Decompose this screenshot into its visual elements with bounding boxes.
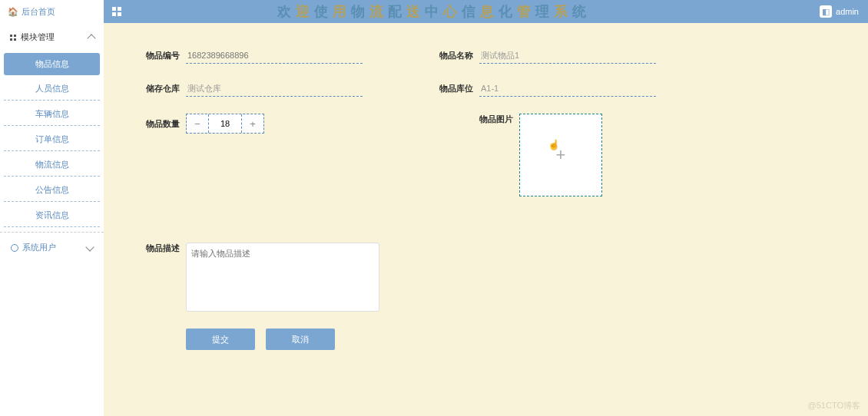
user-menu[interactable]: ◧ admin — [820, 5, 859, 18]
home-label: 后台首页 — [22, 6, 55, 18]
avatar-icon: ◧ — [820, 5, 832, 18]
module-mgmt-label: 模块管理 — [21, 31, 55, 43]
warehouse-input[interactable] — [186, 81, 363, 97]
chevron-up-icon — [87, 34, 95, 42]
sys-user-label: 系统用户 — [22, 242, 56, 253]
username-label: admin — [836, 7, 859, 16]
submit-button[interactable]: 提交 — [186, 329, 255, 350]
sidebar-item-personnel[interactable]: 人员信息 — [4, 78, 100, 101]
goods-id-input[interactable] — [186, 48, 363, 64]
quantity-minus-button[interactable]: − — [187, 114, 208, 133]
warehouse-label: 储存仓库 — [146, 83, 186, 94]
sidebar-item-order[interactable]: 订单信息 — [4, 128, 100, 151]
quantity-plus-button[interactable]: + — [242, 114, 263, 133]
desc-textarea[interactable] — [186, 243, 379, 312]
cancel-button[interactable]: 取消 — [266, 329, 335, 350]
cursor-icon: ☝ — [548, 139, 560, 150]
home-icon: 🏠 — [8, 7, 18, 17]
grid-icon — [9, 34, 17, 41]
watermark: @51CTO博客 — [808, 400, 860, 411]
sidebar-item-goods[interactable]: 物品信息 — [4, 53, 100, 75]
chevron-down-icon — [85, 243, 94, 251]
banner-title: 欢迎使用物流配送中心信息化管理系统 — [0, 2, 868, 21]
home-link[interactable]: 🏠 后台首页 — [0, 0, 104, 24]
quantity-stepper: − + — [186, 114, 264, 134]
sidebar: 🏠 后台首页 模块管理 物品信息 人员信息 车辆信息 订单信息 物流信息 公告信… — [0, 0, 104, 416]
goods-name-label: 物品名称 — [439, 50, 479, 61]
quantity-input[interactable] — [208, 114, 242, 133]
desc-label: 物品描述 — [146, 243, 186, 254]
sys-user-toggle[interactable]: 系统用户 — [0, 232, 104, 262]
topbar: 欢迎使用物流配送中心信息化管理系统 ◧ admin — [0, 0, 868, 23]
slot-input[interactable] — [479, 81, 656, 97]
goods-id-label: 物品编号 — [146, 50, 186, 61]
user-icon — [11, 244, 18, 252]
main-form: 物品编号 物品名称 储存仓库 物品库位 物品数量 − + 物品图片 — [104, 23, 868, 416]
goods-name-input[interactable] — [479, 48, 656, 64]
slot-label: 物品库位 — [439, 83, 479, 94]
quantity-label: 物品数量 — [146, 118, 186, 130]
sidebar-item-vehicle[interactable]: 车辆信息 — [4, 103, 100, 126]
picture-label: 物品图片 — [479, 114, 519, 125]
sidebar-item-logistics[interactable]: 物流信息 — [4, 154, 100, 177]
sidebar-item-notice[interactable]: 公告信息 — [4, 179, 100, 202]
module-mgmt-toggle[interactable]: 模块管理 — [0, 24, 104, 51]
upload-box[interactable]: ☝ + — [519, 114, 602, 196]
sidebar-item-news[interactable]: 资讯信息 — [4, 204, 100, 227]
